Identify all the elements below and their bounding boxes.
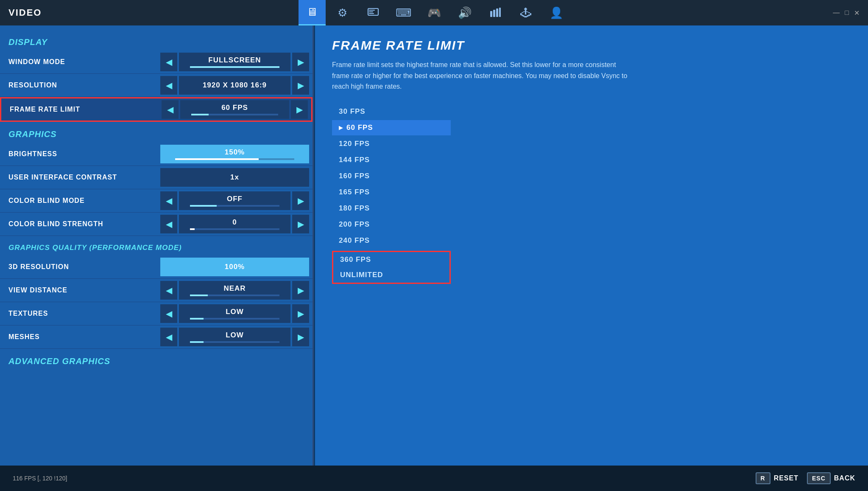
nav-icon-controller[interactable]: 🕹 <box>512 0 539 25</box>
window-mode-value: FULLSCREEN <box>179 53 290 71</box>
fps-item-144[interactable]: 144 FPS <box>332 152 451 168</box>
label-brightness: BRIGHTNESS <box>0 150 157 158</box>
label-ui-contrast: USER INTERFACE CONTRAST <box>0 174 157 181</box>
bottom-actions: R RESET ESC BACK <box>756 472 855 484</box>
fps-item-30[interactable]: 30 FPS <box>332 104 451 119</box>
label-color-blind-strength: COLOR BLIND STRENGTH <box>0 220 157 228</box>
view-distance-value: NEAR <box>179 281 290 300</box>
fps-item-60[interactable]: ▶ 60 FPS <box>332 120 451 135</box>
setting-row-resolution: RESOLUTION ◀ 1920 X 1080 16:9 ▶ <box>0 74 313 97</box>
fps-selected-arrow: ▶ <box>339 125 343 131</box>
section-display-header: DISPLAY <box>0 34 313 51</box>
fps-item-120[interactable]: 120 FPS <box>332 136 451 152</box>
control-color-blind-strength: ◀ 0 ▶ <box>157 213 313 235</box>
color-blind-mode-next[interactable]: ▶ <box>292 191 309 210</box>
close-button[interactable]: ✕ <box>854 9 860 17</box>
control-ui-contrast: 1x <box>157 166 313 188</box>
setting-row-meshes: MESHES ◀ LOW ▶ <box>0 325 313 349</box>
right-panel: FRAME RATE LIMIT Frame rate limit sets t… <box>315 25 868 466</box>
frame-rate-value: 60 FPS <box>180 100 289 119</box>
title-bar: VIDEO 🖥 ⚙ ⌨ 🎮 🔊 🕹 👤 — □ <box>0 0 868 25</box>
fps-info: 116 FPS [, 120 !120] <box>13 475 67 482</box>
label-view-distance: VIEW DISTANCE <box>0 286 157 294</box>
ui-contrast-value: 1x <box>160 168 309 187</box>
reset-button[interactable]: R RESET <box>756 472 798 484</box>
textures-next[interactable]: ▶ <box>292 304 309 323</box>
fps-item-unlimited[interactable]: UNLIMITED <box>333 267 449 283</box>
setting-row-ui-contrast: USER INTERFACE CONTRAST 1x <box>0 166 313 189</box>
back-button[interactable]: ESC BACK <box>807 472 855 484</box>
left-panel: DISPLAY WINDOW MODE ◀ FULLSCREEN ▶ RESOL… <box>0 25 314 466</box>
fps-item-240[interactable]: 240 FPS <box>332 233 451 248</box>
setting-row-frame-rate-limit[interactable]: FRAME RATE LIMIT ◀ 60 FPS ▶ <box>0 97 313 122</box>
textures-prev[interactable]: ◀ <box>160 304 177 323</box>
reset-label: RESET <box>774 474 798 482</box>
nav-icon-network[interactable] <box>482 0 509 25</box>
nav-icon-user[interactable]: 👤 <box>543 0 570 25</box>
setting-row-view-distance: VIEW DISTANCE ◀ NEAR ▶ <box>0 279 313 302</box>
window-mode-prev[interactable]: ◀ <box>160 53 177 71</box>
nav-icon-display-alt[interactable] <box>360 0 387 25</box>
control-3d-resolution: 100% <box>157 256 313 278</box>
resolution-next[interactable]: ▶ <box>292 76 309 95</box>
meshes-next[interactable]: ▶ <box>292 328 309 346</box>
info-description: Frame rate limit sets the highest frame … <box>332 59 629 92</box>
fps-item-165[interactable]: 165 FPS <box>332 185 451 200</box>
page-title: VIDEO <box>8 7 42 18</box>
fps-item-360[interactable]: 360 FPS <box>333 252 449 267</box>
nav-icon-gamepad[interactable]: 🎮 <box>421 0 448 25</box>
nav-icon-audio[interactable]: 🔊 <box>451 0 478 25</box>
resolution-value: 1920 X 1080 16:9 <box>179 76 290 95</box>
textures-value: LOW <box>179 304 290 323</box>
setting-row-color-blind-strength: COLOR BLIND STRENGTH ◀ 0 ▶ <box>0 213 313 236</box>
color-blind-strength-prev[interactable]: ◀ <box>160 215 177 233</box>
label-resolution: RESOLUTION <box>0 81 157 89</box>
reset-key-badge: R <box>756 472 770 484</box>
setting-row-textures: TEXTURES ◀ LOW ▶ <box>0 302 313 325</box>
3d-resolution-value: 100% <box>160 258 309 276</box>
svg-rect-3 <box>369 13 374 14</box>
fps-item-200[interactable]: 200 FPS <box>332 217 451 232</box>
minimize-button[interactable]: — <box>833 9 840 17</box>
resolution-prev[interactable]: ◀ <box>160 76 177 95</box>
color-blind-mode-prev[interactable]: ◀ <box>160 191 177 210</box>
brightness-value: 150% <box>160 145 309 163</box>
control-frame-rate-limit: ◀ 60 FPS ▶ <box>158 98 311 121</box>
window-mode-next[interactable]: ▶ <box>292 53 309 71</box>
frame-rate-next[interactable]: ▶ <box>291 100 308 119</box>
main-content: DISPLAY WINDOW MODE ◀ FULLSCREEN ▶ RESOL… <box>0 25 868 466</box>
bottom-bar: 116 FPS [, 120 !120] R RESET ESC BACK <box>0 466 868 491</box>
label-meshes: MESHES <box>0 333 157 341</box>
nav-icon-monitor[interactable]: 🖥 <box>299 0 326 25</box>
fps-item-180[interactable]: 180 FPS <box>332 201 451 216</box>
fps-item-160[interactable]: 160 FPS <box>332 168 451 184</box>
svg-rect-4 <box>490 11 492 17</box>
control-view-distance: ◀ NEAR ▶ <box>157 279 313 301</box>
meshes-value: LOW <box>179 328 290 346</box>
back-label: BACK <box>834 474 855 482</box>
info-title: FRAME RATE LIMIT <box>332 38 851 53</box>
back-key-badge: ESC <box>807 472 831 484</box>
section-gq-header: GRAPHICS QUALITY (PERFORMANCE MODE) <box>0 240 313 255</box>
fps-list: 30 FPS ▶ 60 FPS 120 FPS 144 FPS 160 FPS … <box>332 104 451 284</box>
maximize-button[interactable]: □ <box>845 9 849 17</box>
view-distance-next[interactable]: ▶ <box>292 281 309 300</box>
meshes-prev[interactable]: ◀ <box>160 328 177 346</box>
color-blind-mode-value: OFF <box>179 191 290 210</box>
nav-icon-settings[interactable]: ⚙ <box>329 0 356 25</box>
nav-icon-keyboard[interactable]: ⌨ <box>390 0 417 25</box>
svg-rect-2 <box>369 11 373 12</box>
setting-row-window-mode: WINDOW MODE ◀ FULLSCREEN ▶ <box>0 51 313 74</box>
label-color-blind-mode: COLOR BLIND MODE <box>0 197 157 205</box>
label-window-mode: WINDOW MODE <box>0 58 157 66</box>
section-graphics-header: GRAPHICS <box>0 126 313 143</box>
color-blind-strength-next[interactable]: ▶ <box>292 215 309 233</box>
control-window-mode: ◀ FULLSCREEN ▶ <box>157 51 313 73</box>
frame-rate-prev[interactable]: ◀ <box>162 100 179 119</box>
view-distance-prev[interactable]: ◀ <box>160 281 177 300</box>
control-meshes: ◀ LOW ▶ <box>157 326 313 348</box>
control-textures: ◀ LOW ▶ <box>157 303 313 325</box>
control-color-blind-mode: ◀ OFF ▶ <box>157 190 313 212</box>
section-advanced-header: ADVANCED GRAPHICS <box>0 353 313 370</box>
nav-icons: 🖥 ⚙ ⌨ 🎮 🔊 🕹 👤 <box>299 0 570 25</box>
